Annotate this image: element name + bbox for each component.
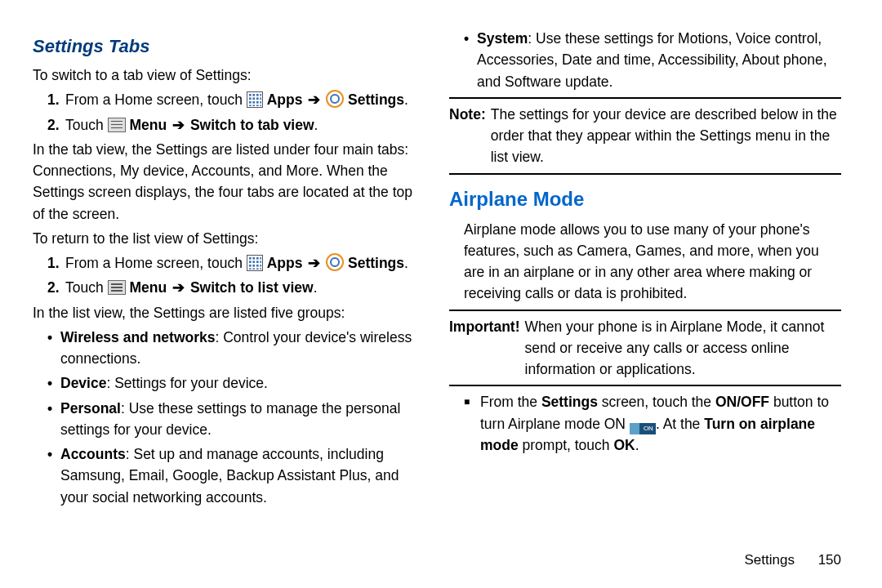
arrow-icon: ➔	[306, 255, 322, 271]
divider	[449, 173, 841, 175]
bullet-wireless: • Wireless and networks: Control your de…	[33, 327, 425, 370]
apps-grid-icon	[247, 91, 263, 108]
arrow-icon: ➔	[171, 279, 186, 296]
bullet-device: • Device: Settings for your device.	[33, 372, 425, 394]
step-2a: 2. Touch Menu ➔ Switch to tab view.	[33, 114, 425, 136]
airplane-description: Airplane mode allows you to use many of …	[449, 219, 841, 305]
important-block: Important! When your phone is in Airplan…	[449, 316, 841, 381]
right-column: • System: Use these settings for Motions…	[441, 24, 849, 572]
switch-to-list-label: Switch to list view	[190, 279, 314, 296]
note-block: Note: The settings for your device are d…	[449, 104, 841, 168]
bullet-accounts: • Accounts: Set up and manage accounts, …	[33, 443, 425, 508]
divider	[449, 97, 841, 99]
intro-text: To switch to a tab view of Settings:	[33, 65, 425, 86]
apps-label: Apps	[267, 91, 303, 108]
heading-airplane-mode: Airplane Mode	[449, 185, 841, 214]
important-label: Important!	[449, 316, 525, 381]
menu-icon	[108, 280, 126, 295]
step-2b: 2. Touch Menu ➔ Switch to list view.	[33, 277, 425, 298]
left-column: Settings Tabs To switch to a tab view of…	[33, 24, 441, 572]
important-text: When your phone is in Airplane Mode, it …	[525, 316, 841, 381]
airplane-instruction: ■ From the Settings screen, touch the ON…	[449, 391, 841, 456]
divider	[449, 385, 841, 386]
menu-label: Menu	[129, 117, 167, 133]
arrow-icon: ➔	[171, 117, 186, 133]
square-bullet-icon: ■	[464, 391, 480, 456]
switch-to-tab-label: Switch to tab view	[190, 117, 314, 133]
settings-gear-icon	[326, 90, 344, 108]
bullet-personal: • Personal: Use these settings to manage…	[33, 398, 425, 441]
note-text: The settings for your device are describ…	[491, 104, 841, 168]
intro-text-2: To return to the list view of Settings:	[33, 228, 425, 249]
footer-section: Settings	[744, 552, 794, 568]
listview-intro: In the list view, the Settings are liste…	[33, 302, 425, 323]
step-1b: 1. From a Home screen, touch Apps ➔ Sett…	[33, 252, 425, 274]
divider	[449, 310, 841, 311]
settings-label: Settings	[348, 91, 404, 108]
bullet-system: • System: Use these settings for Motions…	[449, 28, 841, 92]
apps-grid-icon	[247, 255, 263, 271]
on-switch-icon: ON	[630, 423, 656, 434]
footer-page-number: 150	[818, 550, 841, 571]
tabview-description: In the tab view, the Settings are listed…	[33, 139, 425, 225]
page-footer: Settings 150	[744, 550, 841, 571]
arrow-icon: ➔	[306, 91, 322, 108]
settings-gear-icon	[326, 253, 344, 271]
menu-icon	[108, 118, 126, 132]
note-label: Note:	[449, 104, 491, 168]
section-heading-settings-tabs: Settings Tabs	[33, 33, 425, 60]
step-1a: 1. From a Home screen, touch Apps ➔ Sett…	[33, 89, 425, 110]
